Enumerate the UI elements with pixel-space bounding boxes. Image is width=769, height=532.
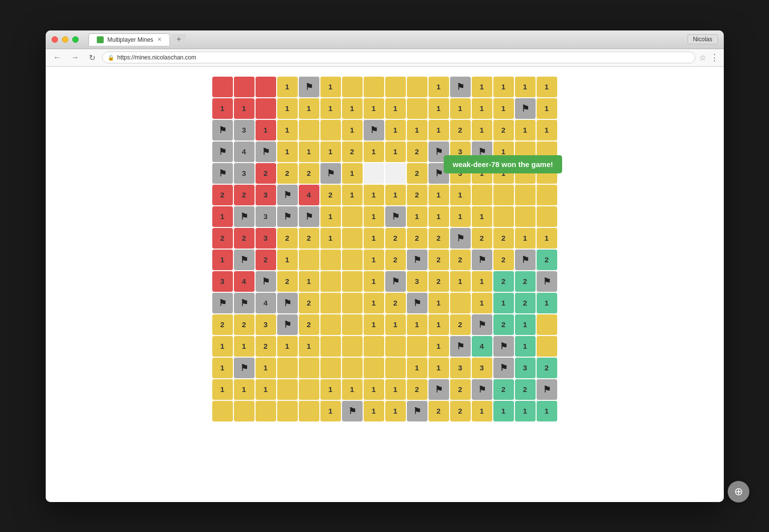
table-row[interactable]: 4 xyxy=(234,271,255,292)
table-row[interactable]: 2 xyxy=(234,185,255,205)
table-row[interactable] xyxy=(234,250,255,270)
table-row[interactable]: 1 xyxy=(450,271,471,292)
table-row[interactable]: 1 xyxy=(364,271,384,292)
table-row[interactable]: 1 xyxy=(320,401,341,421)
table-row[interactable]: 2 xyxy=(299,293,319,313)
table-row[interactable] xyxy=(342,358,363,378)
table-row[interactable] xyxy=(299,250,319,270)
table-row[interactable] xyxy=(537,379,557,400)
table-row[interactable]: 1 xyxy=(450,185,471,205)
table-row[interactable]: 2 xyxy=(385,250,406,270)
table-row[interactable] xyxy=(493,206,514,227)
table-row[interactable]: 2 xyxy=(472,228,492,249)
table-row[interactable]: 1 xyxy=(472,77,492,97)
table-row[interactable] xyxy=(299,120,319,140)
table-row[interactable]: 1 xyxy=(364,314,384,335)
table-row[interactable]: 4 xyxy=(256,293,276,313)
table-row[interactable]: 1 xyxy=(385,141,406,162)
table-row[interactable]: 1 xyxy=(493,293,514,313)
forward-button[interactable]: → xyxy=(68,52,82,63)
table-row[interactable]: 2 xyxy=(493,228,514,249)
table-row[interactable] xyxy=(299,206,319,227)
table-row[interactable]: 1 xyxy=(364,250,384,270)
table-row[interactable]: 2 xyxy=(493,271,514,292)
table-row[interactable]: 1 xyxy=(385,185,406,205)
table-row[interactable]: 2 xyxy=(256,250,276,270)
table-row[interactable]: 3 xyxy=(234,120,255,140)
table-row[interactable]: 2 xyxy=(428,271,449,292)
table-row[interactable]: 3 xyxy=(256,206,276,227)
table-row[interactable] xyxy=(515,185,536,205)
table-row[interactable]: 3 xyxy=(515,358,536,378)
table-row[interactable] xyxy=(277,206,298,227)
table-row[interactable]: 1 xyxy=(537,120,557,140)
table-row[interactable]: 1 xyxy=(385,401,406,421)
table-row[interactable]: 2 xyxy=(385,228,406,249)
tab-close-button[interactable]: ✕ xyxy=(157,36,162,43)
table-row[interactable] xyxy=(515,206,536,227)
table-row[interactable]: 1 xyxy=(364,228,384,249)
table-row[interactable]: 1 xyxy=(407,358,427,378)
table-row[interactable] xyxy=(537,206,557,227)
fab-button[interactable]: ⊕ xyxy=(728,481,749,503)
table-row[interactable]: 1 xyxy=(277,336,298,357)
table-row[interactable]: 2 xyxy=(537,250,557,270)
table-row[interactable] xyxy=(256,271,276,292)
table-row[interactable] xyxy=(277,358,298,378)
table-row[interactable]: 1 xyxy=(385,120,406,140)
table-row[interactable]: 1 xyxy=(256,379,276,400)
table-row[interactable] xyxy=(320,163,341,184)
table-row[interactable] xyxy=(256,77,276,97)
table-row[interactable] xyxy=(320,250,341,270)
table-row[interactable]: 2 xyxy=(428,401,449,421)
table-row[interactable] xyxy=(256,401,276,421)
table-row[interactable]: 1 xyxy=(299,271,319,292)
table-row[interactable]: 1 xyxy=(385,314,406,335)
table-row[interactable]: 4 xyxy=(472,336,492,357)
table-row[interactable]: 1 xyxy=(364,401,384,421)
url-box[interactable]: 🔒 https://mines.nicolaschan.com xyxy=(102,52,695,63)
table-row[interactable] xyxy=(234,293,255,313)
table-row[interactable] xyxy=(450,293,471,313)
back-button[interactable]: ← xyxy=(51,52,64,63)
table-row[interactable] xyxy=(234,77,255,97)
table-row[interactable] xyxy=(515,98,536,119)
table-row[interactable] xyxy=(364,120,384,140)
table-row[interactable] xyxy=(428,379,449,400)
table-row[interactable]: 3 xyxy=(256,228,276,249)
table-row[interactable]: 2 xyxy=(320,185,341,205)
table-row[interactable]: 1 xyxy=(537,77,557,97)
table-row[interactable]: 4 xyxy=(234,141,255,162)
table-row[interactable] xyxy=(407,336,427,357)
table-row[interactable] xyxy=(407,401,427,421)
table-row[interactable]: 2 xyxy=(299,163,319,184)
table-row[interactable] xyxy=(212,401,233,421)
table-row[interactable] xyxy=(212,141,233,162)
table-row[interactable]: 2 xyxy=(407,379,427,400)
table-row[interactable]: 1 xyxy=(407,120,427,140)
table-row[interactable]: 1 xyxy=(472,401,492,421)
table-row[interactable]: 1 xyxy=(277,98,298,119)
table-row[interactable] xyxy=(537,314,557,335)
new-tab-button[interactable]: + xyxy=(172,34,186,45)
table-row[interactable]: 2 xyxy=(493,314,514,335)
table-row[interactable] xyxy=(537,336,557,357)
table-row[interactable]: 2 xyxy=(450,120,471,140)
table-row[interactable] xyxy=(212,293,233,313)
table-row[interactable]: 2 xyxy=(450,250,471,270)
table-row[interactable]: 2 xyxy=(450,401,471,421)
table-row[interactable]: 1 xyxy=(212,336,233,357)
table-row[interactable]: 2 xyxy=(537,358,557,378)
table-row[interactable]: 3 xyxy=(256,185,276,205)
table-row[interactable] xyxy=(342,206,363,227)
table-row[interactable] xyxy=(277,401,298,421)
table-row[interactable]: 2 xyxy=(428,250,449,270)
table-row[interactable]: 2 xyxy=(277,163,298,184)
table-row[interactable]: 3 xyxy=(256,314,276,335)
table-row[interactable]: 1 xyxy=(277,77,298,97)
table-row[interactable] xyxy=(342,401,363,421)
table-row[interactable] xyxy=(493,358,514,378)
table-row[interactable]: 2 xyxy=(515,379,536,400)
table-row[interactable]: 2 xyxy=(407,141,427,162)
table-row[interactable] xyxy=(299,358,319,378)
